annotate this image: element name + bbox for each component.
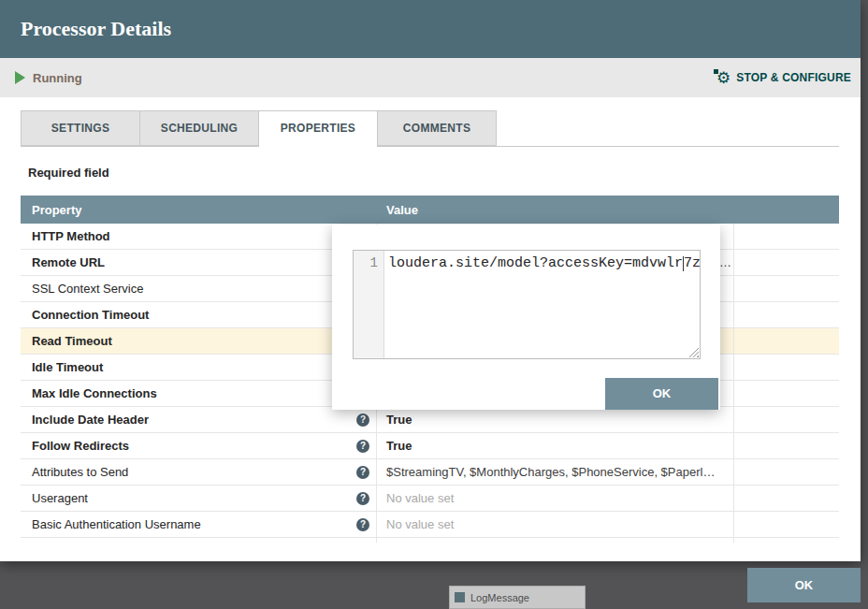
status-label: Running [33,71,82,85]
property-value: No value set [386,491,454,505]
play-icon [15,71,25,84]
editor-text-after-cursor: 7z [684,255,700,271]
stop-configure-icon: ⚙ [716,70,731,86]
property-name: HTTP Method [32,224,110,249]
tab-bar: SETTINGS SCHEDULING PROPERTIES COMMENTS [21,110,496,147]
screen: LogMessage OK Processor Details Running … [0,0,868,609]
editor-ok-button[interactable]: OK [605,378,718,410]
tab-properties[interactable]: PROPERTIES [258,110,378,147]
help-icon[interactable]: ? [356,413,369,427]
editor-text-before-cursor: loudera.site/model?accessKey=mdvwlr [388,255,683,271]
property-name: Basic Authentication Username [32,512,201,537]
processor-label: LogMessage [470,592,529,603]
property-value: No value set [386,517,454,531]
editor-text-area[interactable]: loudera.site/model?accessKey=mdvwlr7z [384,251,700,358]
help-icon[interactable]: ? [356,518,369,531]
property-name: Connection Timeout [32,302,149,327]
resize-handle[interactable] [688,347,699,357]
table-row[interactable]: Attributes to Send? $StreamingTV, $Month… [21,459,839,486]
property-name: Idle Timeout [32,355,103,380]
help-icon[interactable]: ? [356,440,369,453]
processor-status: Running [15,58,82,97]
property-name: Attributes to Send [32,459,128,485]
processor-icon [455,592,465,602]
property-name: Remote URL [32,250,105,275]
line-number: 1 [370,255,378,270]
dialog-header: Processor Details [0,0,861,58]
processor-details-dialog: Processor Details Running ⚙ STOP & CONFI… [0,0,861,561]
tab-comments[interactable]: COMMENTS [377,110,497,146]
dialog-ok-button[interactable]: OK [747,568,861,602]
table-row[interactable]: Basic Authentication Username? No value … [21,512,839,538]
dialog-title: Processor Details [21,0,171,58]
property-name: SSL Context Service [32,276,143,301]
property-name: Useragent [32,486,88,511]
property-value: $StreamingTV, $MonthlyCharges, $PhoneSer… [386,465,715,479]
stop-badge-icon [713,68,719,75]
help-icon[interactable]: ? [356,492,369,505]
help-icon[interactable]: ? [356,466,369,479]
table-header-row: Property Value [21,196,839,224]
stop-configure-button[interactable]: ⚙ STOP & CONFIGURE [716,58,851,97]
required-field-label: Required field [28,166,109,180]
table-row[interactable]: Include Date Header? True [21,407,839,433]
property-name: Include Date Header [32,407,149,432]
property-name: Follow Redirects [32,433,129,458]
line-number-gutter: 1 [354,251,384,358]
property-value: True [386,413,412,427]
property-name: Read Timeout [32,328,112,354]
column-header-property: Property [21,203,377,217]
value-text-editor[interactable]: 1 loudera.site/model?accessKey=mdvwlr7z [353,250,701,359]
table-row[interactable]: Useragent? No value set [21,486,839,512]
column-header-value: Value [377,203,734,217]
tab-settings[interactable]: SETTINGS [21,110,140,146]
tab-scheduling[interactable]: SCHEDULING [139,110,259,146]
value-editor-popup: 1 loudera.site/model?accessKey=mdvwlr7z … [332,225,720,410]
canvas-processor-logmessage: LogMessage [449,586,586,609]
property-value: True [386,439,412,453]
property-name: Max Idle Connections [32,381,157,406]
stop-configure-label: STOP & CONFIGURE [736,71,851,84]
table-row[interactable]: ? No value set [21,538,839,543]
table-row[interactable]: Follow Redirects? True [21,433,839,459]
status-bar: Running ⚙ STOP & CONFIGURE [0,58,861,97]
